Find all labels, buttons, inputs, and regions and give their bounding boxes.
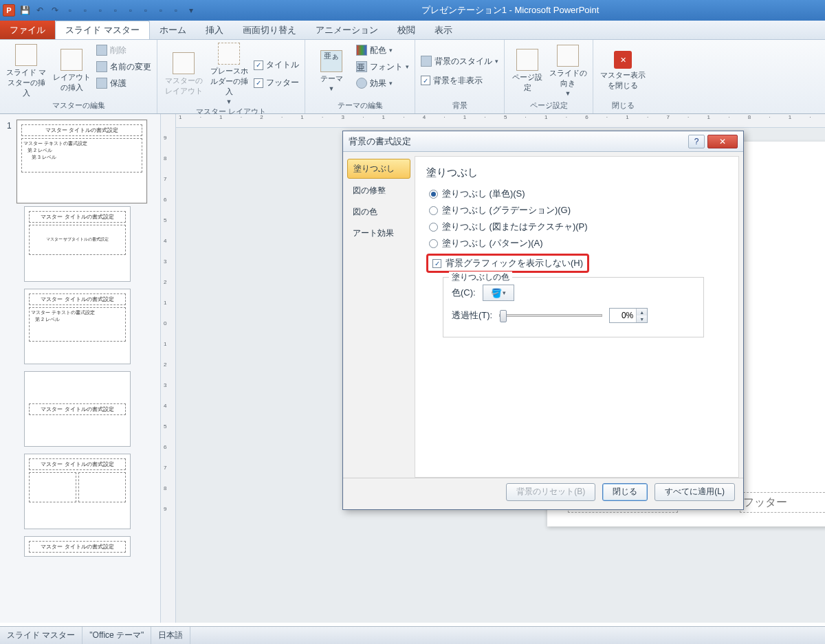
colors-button[interactable]: 配色▾ [356, 43, 409, 58]
tab-view[interactable]: 表示 [425, 21, 462, 39]
radio-icon [429, 206, 438, 215]
page-setup-button[interactable]: ページ設定 [510, 43, 544, 99]
label: 背景グラフィックを表示しない(H) [446, 257, 583, 269]
checkbox-hide-background-graphics[interactable]: ✓背景グラフィックを表示しない(H) [426, 254, 589, 273]
radio-pattern-fill[interactable]: 塗りつぶし (パターン)(A) [426, 237, 727, 249]
insert-placeholder-button[interactable]: プレースホルダーの挿入 ▼ [208, 43, 250, 105]
label: ページ設定 [510, 72, 544, 93]
transparency-label: 透過性(T): [452, 309, 492, 322]
slider-thumb[interactable] [500, 310, 507, 322]
effects-button[interactable]: 効果▾ [356, 76, 409, 91]
transparency-value-input[interactable] [610, 309, 636, 322]
apply-to-all-button[interactable]: すべてに適用(L) [654, 483, 735, 501]
title-checkbox[interactable]: ✓タイトル [254, 58, 299, 73]
tab-file[interactable]: ファイル [0, 21, 55, 39]
powerpoint-app-icon: P [3, 4, 15, 16]
undo-icon[interactable]: ↶ [33, 3, 47, 17]
transparency-slider[interactable] [499, 314, 602, 317]
delete-icon [96, 45, 107, 56]
horizontal-ruler: 1 · 1 · 2 · 1 · 3 · 1 · 4 · 1 · 5 · 1 · … [176, 114, 825, 128]
radio-solid-fill[interactable]: 塗りつぶし (単色)(S) [426, 188, 727, 200]
chevron-down-icon: ▼ [329, 85, 335, 92]
qat-btn[interactable]: ▫ [169, 3, 183, 17]
chevron-down-icon: ▾ [406, 63, 409, 70]
redo-icon[interactable]: ↷ [48, 3, 62, 17]
label: 塗りつぶし (パターン)(A) [442, 237, 543, 249]
tab-animations[interactable]: アニメーション [306, 21, 388, 39]
close-button[interactable]: 閉じる [602, 483, 648, 501]
master-thumbnail[interactable]: 1 マスター タイトルの書式設定 マスター テキストの書式設定 第 2 レベル … [0, 117, 160, 206]
sidebar-item-fill[interactable]: 塗りつぶし [347, 159, 410, 179]
hide-background-checkbox[interactable]: ✓背景を非表示 [421, 73, 498, 88]
master-layout-button[interactable]: マスターのレイアウト [163, 43, 204, 105]
radio-icon [429, 190, 438, 199]
preserve-button[interactable]: 保護 [96, 76, 151, 91]
tab-review[interactable]: 校閲 [388, 21, 425, 39]
tab-insert[interactable]: 挿入 [196, 21, 233, 39]
status-theme: "Office テーマ" [82, 627, 151, 644]
qat-btn[interactable]: ▫ [154, 3, 168, 17]
qat-btn[interactable]: ▫ [139, 3, 153, 17]
footer-placeholder[interactable]: フッター [740, 492, 825, 513]
tab-transitions[interactable]: 画面切り替え [233, 21, 306, 39]
sidebar-item-artistic-effects[interactable]: アート効果 [347, 224, 410, 243]
label: 効果 [370, 78, 386, 89]
sidebar-item-picture-color[interactable]: 図の色 [347, 203, 410, 221]
group-label: 背景 [421, 99, 498, 111]
dialog-close-button[interactable]: ✕ [707, 135, 738, 148]
color-picker-button[interactable]: 🪣 ▾ [483, 285, 514, 301]
ribbon-group-edit-master: スライド マスターの挿入 レイアウトの挿入 削除 名前の変更 保護 マスターの編… [0, 40, 157, 113]
radio-icon [429, 239, 438, 248]
label: マスター表示を閉じる [599, 70, 647, 91]
delete-button[interactable]: 削除 [96, 43, 151, 58]
background-styles-button[interactable]: 背景のスタイル▾ [421, 54, 498, 69]
qat-btn[interactable]: ▫ [78, 3, 92, 17]
save-icon[interactable]: 💾 [18, 3, 32, 17]
spin-up-icon[interactable]: ▲ [637, 309, 647, 315]
spin-down-icon[interactable]: ▼ [637, 315, 647, 322]
qat-btn[interactable]: ▫ [63, 3, 77, 17]
qat-btn[interactable]: ▫ [109, 3, 122, 17]
theme-button[interactable]: 亜ぁ テーマ ▼ [311, 43, 352, 99]
dialog-titlebar[interactable]: 背景の書式設定 ? ✕ [343, 131, 743, 152]
footer-checkbox[interactable]: ✓フッター [254, 76, 299, 91]
radio-gradient-fill[interactable]: 塗りつぶし (グラデーション)(G) [426, 204, 727, 216]
layout-thumbnail[interactable]: マスター タイトルの書式設定 [24, 536, 131, 557]
label: フォント [370, 61, 403, 73]
status-view-mode: スライド マスター [0, 627, 82, 644]
checkbox-icon: ✓ [254, 78, 263, 88]
fonts-icon: 亜 [356, 61, 367, 72]
insert-layout-button[interactable]: レイアウトの挿入 [51, 43, 92, 99]
rename-button[interactable]: 名前の変更 [96, 59, 151, 74]
qat-btn[interactable]: ▫ [94, 3, 107, 17]
dialog-help-button[interactable]: ? [688, 135, 705, 148]
layout-thumbnail[interactable]: マスター タイトルの書式設定 [24, 454, 131, 529]
window-title: プレゼンテーション1 - Microsoft PowerPoint [198, 4, 822, 16]
close-master-view-button[interactable]: ✕ マスター表示を閉じる [599, 43, 647, 99]
insert-slide-master-button[interactable]: スライド マスターの挿入 [6, 43, 47, 99]
label: 塗りつぶし (図またはテクスチャ)(P) [442, 221, 588, 233]
label: プレースホルダーの挿入 [208, 66, 250, 97]
layout-thumbnail-selected[interactable]: マスター タイトルの書式設定 マスター サブタイトルの書式設定 [24, 206, 131, 282]
status-language[interactable]: 日本語 [151, 627, 190, 644]
tab-slide-master[interactable]: スライド マスター [55, 21, 150, 39]
layout-thumbnail[interactable]: マスター タイトルの書式設定 マスター テキストの書式設定 第 2 レベル [24, 289, 131, 364]
transparency-spinner[interactable]: ▲▼ [609, 308, 648, 323]
qat-btn[interactable]: ▫ [124, 3, 138, 17]
tab-home[interactable]: ホーム [150, 21, 196, 39]
fonts-button[interactable]: 亜フォント▾ [356, 59, 409, 74]
radio-picture-fill[interactable]: 塗りつぶし (図またはテクスチャ)(P) [426, 221, 727, 233]
content-heading: 塗りつぶし [426, 166, 727, 179]
thumb-title: マスター タイトルの書式設定 [29, 458, 126, 470]
label: 塗りつぶし (単色)(S) [442, 188, 525, 200]
label: 塗りつぶし (グラデーション)(G) [442, 204, 571, 216]
group-label: マスターの編集 [6, 99, 151, 111]
label: 名前の変更 [110, 61, 151, 73]
qat-customize-icon[interactable]: ▾ [184, 3, 198, 17]
slide-orientation-button[interactable]: スライドの向き ▼ [549, 43, 587, 99]
reset-background-button[interactable]: 背景のリセット(B) [506, 483, 595, 501]
thumb-title: マスター タイトルの書式設定 [29, 293, 126, 305]
layout-thumbnail[interactable]: マスター タイトルの書式設定 [24, 371, 131, 447]
sidebar-item-picture-corrections[interactable]: 図の修整 [347, 181, 410, 200]
checkbox-icon: ✓ [432, 259, 441, 268]
